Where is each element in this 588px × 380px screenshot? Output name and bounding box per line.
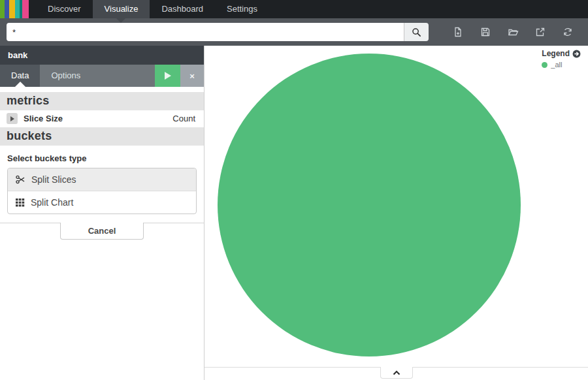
query-input[interactable] — [7, 23, 404, 41]
nav-tab-settings[interactable]: Settings — [215, 0, 269, 18]
open-folder-icon — [508, 27, 519, 37]
refresh-button[interactable] — [563, 27, 573, 37]
discard-changes-button[interactable]: × — [180, 65, 204, 87]
nav-tab-discover[interactable]: Discover — [36, 0, 93, 18]
spy-panel-toggle[interactable] — [380, 367, 413, 379]
chevron-up-icon — [393, 370, 400, 375]
legend-color-dot — [542, 62, 547, 68]
legend-item-label: _all — [551, 61, 562, 69]
main-area: bank Data Options × metrics Slice Size C… — [0, 46, 588, 380]
legend-header: Legend — [542, 49, 581, 58]
top-navbar: Discover Visualize Dashboard Settings — [0, 0, 588, 18]
kibana-logo[interactable] — [0, 0, 29, 18]
bucket-type-form: Select buckets type Split Slices Split C… — [0, 146, 204, 214]
metric-row-slice-size[interactable]: Slice Size Count — [0, 110, 204, 127]
save-visualization-button[interactable] — [480, 27, 491, 37]
expand-metric-button[interactable] — [7, 113, 18, 124]
share-icon — [535, 27, 546, 37]
legend-title: Legend — [542, 49, 570, 58]
new-document-icon — [453, 27, 463, 37]
tab-options[interactable]: Options — [40, 65, 91, 87]
data-panel: metrics Slice Size Count buckets Select … — [0, 87, 204, 240]
query-bar — [0, 18, 588, 46]
metric-aggregation-value: Count — [172, 114, 197, 123]
legend: Legend _all — [542, 49, 581, 69]
nav-tab-visualize[interactable]: Visualize — [93, 0, 150, 18]
sidebar-tabs: Data Options × — [0, 65, 204, 87]
search-button[interactable] — [404, 23, 429, 41]
load-visualization-button[interactable] — [508, 27, 518, 37]
logo-stripe — [22, 0, 29, 18]
play-icon — [165, 72, 171, 80]
nav-tab-dashboard[interactable]: Dashboard — [150, 0, 215, 18]
logo-stripe — [5, 0, 9, 18]
tabs-spacer — [91, 65, 155, 87]
cancel-area: Cancel — [0, 223, 204, 240]
query-input-group — [7, 23, 429, 41]
select-buckets-type-label: Select buckets type — [7, 153, 197, 163]
caret-right-icon — [10, 116, 14, 121]
metrics-heading: metrics — [0, 92, 204, 110]
logo-stripe — [0, 0, 5, 18]
pie-slice-all[interactable] — [218, 54, 521, 356]
visualization-canvas: Legend _all — [204, 46, 588, 380]
logo-stripe — [9, 0, 15, 18]
bucket-option-split-chart[interactable]: Split Chart — [8, 191, 196, 214]
visualize-toolbar — [444, 27, 581, 37]
scissors-icon — [16, 175, 25, 184]
refresh-icon — [563, 27, 573, 37]
share-visualization-button[interactable] — [535, 27, 546, 37]
cancel-button[interactable]: Cancel — [60, 223, 144, 240]
apply-changes-button[interactable] — [155, 65, 180, 87]
magnifier-icon — [412, 27, 421, 37]
save-icon — [480, 27, 491, 37]
bucket-option-label: Split Chart — [31, 197, 73, 208]
buckets-heading: buckets — [0, 127, 204, 146]
logo-stripe — [15, 0, 20, 18]
new-visualization-button[interactable] — [453, 27, 463, 37]
bucket-option-split-slices[interactable]: Split Slices — [8, 168, 196, 191]
nav-tabs: Discover Visualize Dashboard Settings — [36, 0, 269, 18]
grid-icon — [16, 198, 25, 207]
metric-label: Slice Size — [24, 114, 172, 123]
tab-data[interactable]: Data — [0, 65, 40, 87]
bucket-type-list: Split Slices Split Chart — [7, 168, 197, 214]
legend-item-all[interactable]: _all — [542, 61, 581, 69]
index-pattern-title: bank — [0, 46, 204, 65]
bucket-option-label: Split Slices — [31, 174, 76, 185]
visualization-editor-sidebar: bank Data Options × metrics Slice Size C… — [0, 46, 204, 380]
legend-toggle-button[interactable] — [572, 50, 581, 58]
